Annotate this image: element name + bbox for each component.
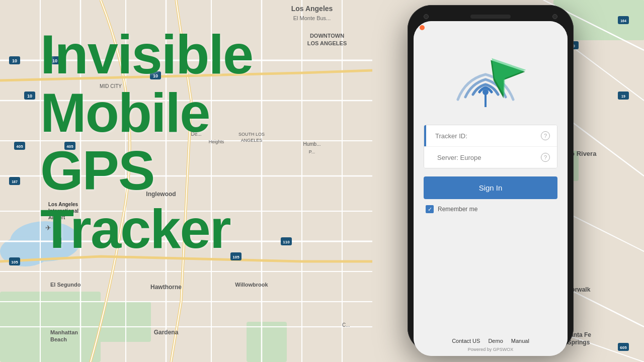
checkmark-icon: ✓ [428,207,432,212]
svg-text:105: 105 [11,260,18,264]
phone-top-bar [414,11,568,21]
svg-text:Beach: Beach [50,336,67,342]
server-row: ? [424,147,557,168]
svg-point-88 [482,89,489,95]
remember-me-checkbox[interactable]: ✓ [426,205,434,213]
svg-text:Gardena: Gardena [154,329,179,336]
screen-main-content: ? ? Sign In [414,39,568,332]
svg-text:405: 405 [16,144,23,149]
svg-rect-3 [247,322,287,362]
svg-text:C...: C... [342,322,350,328]
screen-footer: Contact US Demo Manual Powered by GPSWOX [414,332,568,356]
camera-left-icon [424,14,429,19]
app-logo [455,54,526,115]
hero-line1: Invisible [40,23,253,85]
blue-accent-bar [424,125,426,146]
tracker-id-row: ? [424,125,557,147]
tracker-id-help-icon[interactable]: ? [541,131,550,140]
logo-area [424,54,557,115]
hero-title: Invisible Mobile GPS Tracker [40,25,352,257]
screen-status-bar [414,21,568,39]
remember-me-label: Remember me [438,206,477,213]
svg-text:164: 164 [620,19,626,23]
demo-link[interactable]: Demo [488,338,503,344]
svg-text:Manhattan: Manhattan [50,329,78,335]
phone-outer-frame: ? ? Sign In [408,5,574,352]
manual-link[interactable]: Manual [511,338,529,344]
tracker-id-input[interactable] [431,132,541,140]
phone-screen: ? ? Sign In [414,21,568,356]
server-help-icon[interactable]: ? [541,153,550,162]
svg-text:El Monte Bus...: El Monte Bus... [293,15,331,21]
svg-text:187: 187 [12,180,18,184]
svg-text:10: 10 [27,94,32,99]
svg-text:Willowbrook: Willowbrook [235,282,268,288]
hero-line2: Mobile [40,81,209,143]
svg-rect-2 [91,302,151,342]
camera-right-icon [552,14,557,19]
phone-mockup: ? ? Sign In [408,5,574,352]
server-input[interactable] [431,154,541,161]
status-dot [420,25,425,30]
sign-in-button[interactable]: Sign In [424,176,557,199]
footer-links: Contact US Demo Manual [419,338,562,344]
contact-us-link[interactable]: Contact US [452,338,480,344]
hero-line4: Tracker [40,198,230,259]
speaker-bar [470,15,511,19]
hero-line3: GPS [40,139,154,201]
hero-text-block: Invisible Mobile GPS Tracker [40,25,352,257]
login-form: ? ? [424,125,557,168]
svg-text:19: 19 [621,95,625,98]
powered-by-label: Powered by GPSWOX [419,347,562,352]
svg-text:10: 10 [12,58,17,63]
remember-me-row: ✓ Remember me [424,205,557,213]
svg-text:El Segundo: El Segundo [50,282,81,288]
svg-text:605: 605 [620,345,627,350]
svg-text:Hawthorne: Hawthorne [150,284,182,291]
svg-text:Los Angeles: Los Angeles [291,5,333,13]
